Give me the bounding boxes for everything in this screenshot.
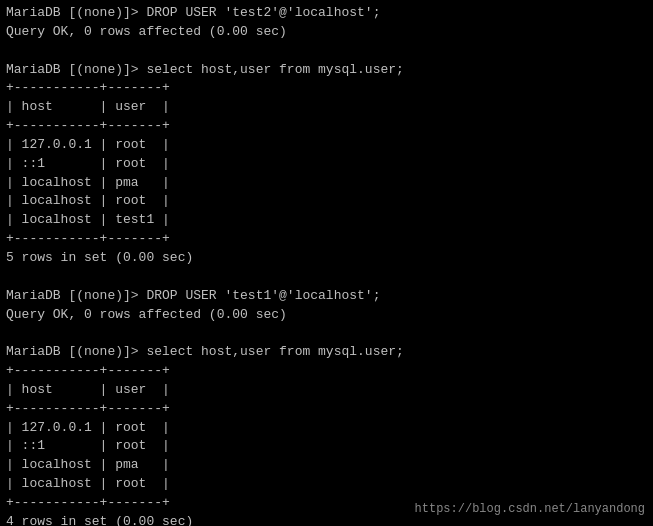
- terminal-line: MariaDB [(none)]> DROP USER 'test2'@'loc…: [6, 4, 647, 23]
- terminal-line: [6, 268, 647, 287]
- terminal-line: | 127.0.0.1 | root |: [6, 136, 647, 155]
- terminal-line: MariaDB [(none)]> select host,user from …: [6, 343, 647, 362]
- terminal-line: +-----------+-------+: [6, 362, 647, 381]
- terminal-line: | localhost | pma |: [6, 174, 647, 193]
- terminal-line: [6, 324, 647, 343]
- terminal-window: MariaDB [(none)]> DROP USER 'test2'@'loc…: [0, 0, 653, 526]
- terminal-line: | localhost | pma |: [6, 456, 647, 475]
- terminal-line: 5 rows in set (0.00 sec): [6, 249, 647, 268]
- terminal-line: | host | user |: [6, 381, 647, 400]
- terminal-line: +-----------+-------+: [6, 230, 647, 249]
- terminal-line: | 127.0.0.1 | root |: [6, 419, 647, 438]
- terminal-line: | localhost | root |: [6, 192, 647, 211]
- watermark: https://blog.csdn.net/lanyandong: [415, 501, 645, 518]
- terminal-line: +-----------+-------+: [6, 79, 647, 98]
- terminal-line: | ::1 | root |: [6, 155, 647, 174]
- terminal-line: [6, 42, 647, 61]
- terminal-line: Query OK, 0 rows affected (0.00 sec): [6, 306, 647, 325]
- terminal-content: MariaDB [(none)]> DROP USER 'test2'@'loc…: [6, 4, 647, 526]
- terminal-line: +-----------+-------+: [6, 400, 647, 419]
- terminal-line: | localhost | test1 |: [6, 211, 647, 230]
- terminal-line: MariaDB [(none)]> select host,user from …: [6, 61, 647, 80]
- terminal-line: +-----------+-------+: [6, 117, 647, 136]
- terminal-line: | localhost | root |: [6, 475, 647, 494]
- terminal-line: | host | user |: [6, 98, 647, 117]
- terminal-line: | ::1 | root |: [6, 437, 647, 456]
- terminal-line: MariaDB [(none)]> DROP USER 'test1'@'loc…: [6, 287, 647, 306]
- terminal-line: Query OK, 0 rows affected (0.00 sec): [6, 23, 647, 42]
